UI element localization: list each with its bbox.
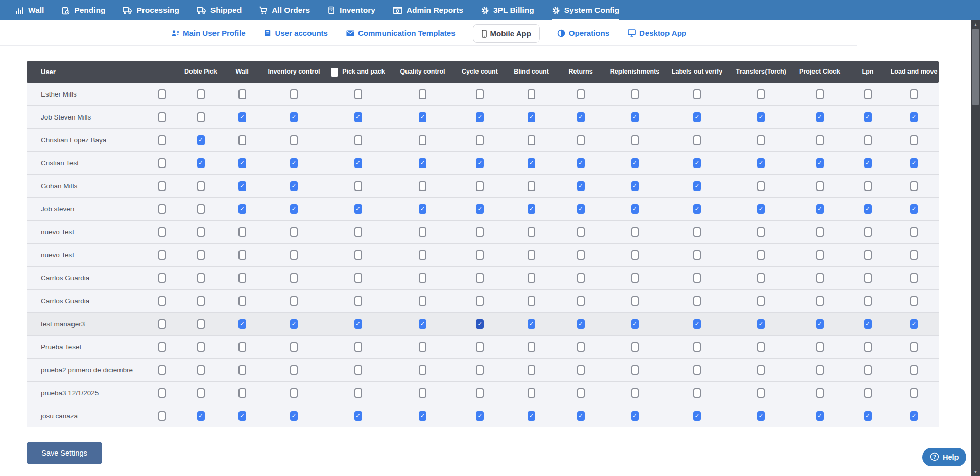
checkbox-pick-and-pack[interactable]: ✓ bbox=[354, 204, 362, 214]
checkbox-doble-pick[interactable] bbox=[197, 342, 205, 352]
checkbox-inventory-control[interactable] bbox=[290, 296, 298, 306]
checkbox-quality-control[interactable] bbox=[419, 135, 426, 145]
checkbox-lpn[interactable] bbox=[864, 89, 872, 99]
checkbox-returns[interactable]: ✓ bbox=[577, 204, 585, 214]
checkbox-unlabeled[interactable] bbox=[158, 204, 166, 214]
checkbox-transfers-torch[interactable] bbox=[757, 273, 765, 283]
checkbox-transfers-torch[interactable] bbox=[757, 342, 765, 352]
checkbox-load-and-move[interactable] bbox=[910, 365, 918, 375]
tab-desktop-app[interactable]: Desktop App bbox=[627, 24, 687, 42]
checkbox-blind-count[interactable] bbox=[528, 342, 535, 352]
checkbox-pick-and-pack[interactable] bbox=[354, 135, 362, 145]
checkbox-lpn[interactable]: ✓ bbox=[864, 112, 872, 122]
checkbox-blind-count[interactable] bbox=[528, 227, 535, 237]
checkbox-wall[interactable]: ✓ bbox=[238, 158, 246, 168]
checkbox-labels-out-verify[interactable] bbox=[693, 273, 701, 283]
checkbox-replenishments[interactable] bbox=[631, 388, 639, 398]
checkbox-replenishments[interactable] bbox=[631, 296, 639, 306]
checkbox-replenishments[interactable]: ✓ bbox=[631, 181, 639, 191]
checkbox-doble-pick[interactable]: ✓ bbox=[197, 411, 205, 421]
checkbox-returns[interactable]: ✓ bbox=[577, 181, 585, 191]
checkbox-transfers-torch[interactable] bbox=[757, 250, 765, 260]
checkbox-load-and-move[interactable] bbox=[910, 135, 918, 145]
checkbox-quality-control[interactable]: ✓ bbox=[419, 112, 426, 122]
checkbox-wall[interactable] bbox=[238, 135, 246, 145]
checkbox-lpn[interactable] bbox=[864, 342, 872, 352]
scroll-down-arrow-icon[interactable]: ▼ bbox=[971, 468, 980, 476]
checkbox-unlabeled[interactable] bbox=[158, 319, 166, 329]
checkbox-project-clock[interactable] bbox=[816, 135, 824, 145]
checkbox-project-clock[interactable] bbox=[816, 296, 824, 306]
checkbox-inventory-control[interactable] bbox=[290, 227, 298, 237]
checkbox-transfers-torch[interactable]: ✓ bbox=[757, 158, 765, 168]
checkbox-doble-pick[interactable] bbox=[197, 89, 205, 99]
checkbox-load-and-move[interactable] bbox=[910, 250, 918, 260]
checkbox-quality-control[interactable] bbox=[419, 250, 426, 260]
checkbox-pick-and-pack[interactable] bbox=[354, 273, 362, 283]
checkbox-cycle-count[interactable]: ✓ bbox=[476, 112, 484, 122]
checkbox-unlabeled[interactable] bbox=[158, 112, 166, 122]
checkbox-returns[interactable]: ✓ bbox=[577, 112, 585, 122]
checkbox-load-and-move[interactable]: ✓ bbox=[910, 319, 918, 329]
checkbox-load-and-move[interactable] bbox=[910, 388, 918, 398]
checkbox-blind-count[interactable] bbox=[528, 89, 535, 99]
checkbox-project-clock[interactable] bbox=[816, 89, 824, 99]
checkbox-inventory-control[interactable] bbox=[290, 365, 298, 375]
checkbox-wall[interactable] bbox=[238, 89, 246, 99]
checkbox-replenishments[interactable]: ✓ bbox=[631, 319, 639, 329]
checkbox-lpn[interactable] bbox=[864, 388, 872, 398]
checkbox-pick-and-pack[interactable] bbox=[354, 181, 362, 191]
checkbox-cycle-count[interactable] bbox=[476, 273, 484, 283]
checkbox-pick-and-pack[interactable] bbox=[354, 388, 362, 398]
scrollbar-thumb[interactable] bbox=[972, 29, 979, 105]
checkbox-doble-pick[interactable] bbox=[197, 227, 205, 237]
checkbox-replenishments[interactable] bbox=[631, 342, 639, 352]
checkbox-unlabeled[interactable] bbox=[158, 227, 166, 237]
checkbox-cycle-count[interactable]: ✓ bbox=[476, 411, 484, 421]
checkbox-pick-and-pack[interactable]: ✓ bbox=[354, 112, 362, 122]
checkbox-returns[interactable] bbox=[577, 227, 585, 237]
checkbox-doble-pick[interactable] bbox=[197, 112, 205, 122]
checkbox-blind-count[interactable] bbox=[528, 365, 535, 375]
checkbox-inventory-control[interactable]: ✓ bbox=[290, 112, 298, 122]
checkbox-lpn[interactable] bbox=[864, 296, 872, 306]
checkbox-unlabeled[interactable] bbox=[158, 411, 166, 421]
checkbox-doble-pick[interactable]: ✓ bbox=[197, 135, 205, 145]
checkbox-inventory-control[interactable] bbox=[290, 89, 298, 99]
checkbox-inventory-control[interactable]: ✓ bbox=[290, 158, 298, 168]
help-button[interactable]: ? Help bbox=[922, 448, 966, 466]
tab-main-user-profile[interactable]: Main User Profile bbox=[170, 24, 247, 42]
checkbox-wall[interactable]: ✓ bbox=[238, 204, 246, 214]
checkbox-quality-control[interactable] bbox=[419, 227, 426, 237]
checkbox-load-and-move[interactable] bbox=[910, 89, 918, 99]
checkbox-project-clock[interactable]: ✓ bbox=[816, 411, 824, 421]
checkbox-wall[interactable]: ✓ bbox=[238, 319, 246, 329]
checkbox-blind-count[interactable] bbox=[528, 273, 535, 283]
checkbox-quality-control[interactable] bbox=[419, 181, 426, 191]
checkbox-pick-and-pack[interactable]: ✓ bbox=[354, 319, 362, 329]
checkbox-replenishments[interactable] bbox=[631, 89, 639, 99]
checkbox-load-and-move[interactable]: ✓ bbox=[910, 112, 918, 122]
checkbox-wall[interactable] bbox=[238, 296, 246, 306]
checkbox-transfers-torch[interactable] bbox=[757, 181, 765, 191]
checkbox-project-clock[interactable] bbox=[816, 250, 824, 260]
checkbox-project-clock[interactable] bbox=[816, 273, 824, 283]
checkbox-project-clock[interactable] bbox=[816, 365, 824, 375]
checkbox-labels-out-verify[interactable] bbox=[693, 89, 701, 99]
checkbox-doble-pick[interactable] bbox=[197, 296, 205, 306]
checkbox-cycle-count[interactable] bbox=[476, 135, 484, 145]
checkbox-lpn[interactable] bbox=[864, 250, 872, 260]
checkbox-returns[interactable]: ✓ bbox=[577, 411, 585, 421]
checkbox-blind-count[interactable] bbox=[528, 135, 535, 145]
checkbox-project-clock[interactable] bbox=[816, 227, 824, 237]
checkbox-project-clock[interactable] bbox=[816, 342, 824, 352]
checkbox-wall[interactable] bbox=[238, 227, 246, 237]
checkbox-labels-out-verify[interactable]: ✓ bbox=[693, 112, 701, 122]
checkbox-labels-out-verify[interactable] bbox=[693, 365, 701, 375]
checkbox-cycle-count[interactable] bbox=[476, 296, 484, 306]
checkbox-blind-count[interactable]: ✓ bbox=[528, 112, 535, 122]
checkbox-wall[interactable]: ✓ bbox=[238, 181, 246, 191]
checkbox-pick-and-pack[interactable]: ✓ bbox=[354, 158, 362, 168]
checkbox-transfers-torch[interactable] bbox=[757, 89, 765, 99]
checkbox-unlabeled[interactable] bbox=[158, 388, 166, 398]
